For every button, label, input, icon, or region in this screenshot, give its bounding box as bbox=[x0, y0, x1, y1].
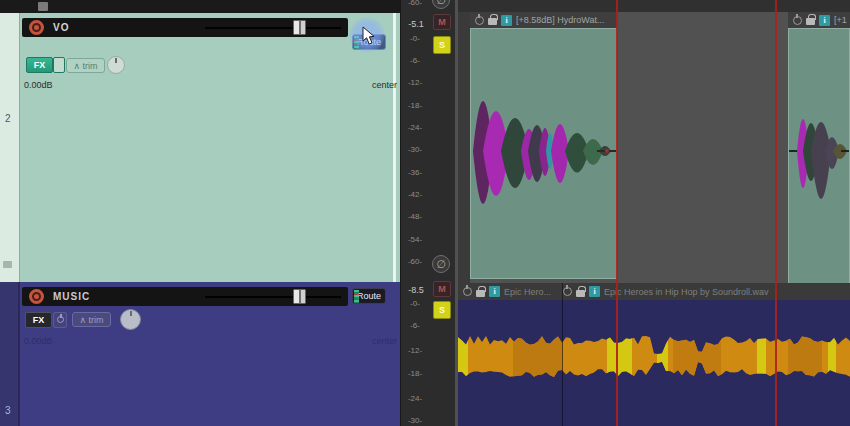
meter-tick: -24- bbox=[402, 394, 428, 403]
vo-track-header[interactable]: VO bbox=[22, 18, 348, 37]
clip-header[interactable]: i [+8.58dB] HydroWat... bbox=[470, 12, 617, 28]
music-fx-power-toggle[interactable] bbox=[53, 312, 67, 328]
music-track-number-strip[interactable]: 3 bbox=[0, 282, 20, 426]
mini-clip-icon bbox=[3, 261, 12, 268]
meter-tick: -0- bbox=[402, 34, 428, 43]
vo-fx-button[interactable]: FX bbox=[26, 57, 53, 73]
lock-icon[interactable] bbox=[476, 290, 485, 297]
lock-icon[interactable] bbox=[576, 290, 585, 297]
multitrack-editor: 2 VO Route FX ∧ trim 0.00dB center 3 bbox=[0, 0, 850, 426]
meter-tick: -36- bbox=[402, 168, 428, 177]
vo-trim-label: trim bbox=[83, 61, 98, 71]
vo-solo-button[interactable]: S bbox=[433, 36, 451, 54]
timeline-panel[interactable]: i [+8.58dB] HydroWat... bbox=[455, 0, 850, 426]
music-trim-button[interactable]: ∧ trim bbox=[72, 312, 111, 327]
vo-track-name: VO bbox=[53, 22, 69, 33]
music-pan-value: center bbox=[337, 336, 397, 346]
music-clip-waveform-area[interactable] bbox=[458, 300, 850, 426]
vo-fx-toggle[interactable] bbox=[53, 57, 65, 73]
trim-icon: ∧ bbox=[73, 61, 80, 71]
music-volume-slider[interactable] bbox=[205, 296, 341, 298]
vo-peak-value: -5.1 bbox=[403, 19, 429, 29]
vo-volume-handle[interactable] bbox=[293, 20, 306, 35]
info-icon[interactable]: i bbox=[501, 15, 512, 26]
scrollbar-thumb[interactable] bbox=[38, 2, 48, 11]
meter-tick: -6- bbox=[402, 321, 428, 330]
clip-power-icon[interactable] bbox=[563, 287, 572, 296]
clip-title: Epic Heroes in Hip Hop by Soundroll.wav bbox=[604, 287, 769, 297]
vo-clip-right[interactable]: i [+1 bbox=[788, 12, 850, 285]
music-pan-knob[interactable] bbox=[120, 309, 141, 330]
clip-header[interactable]: i [+1 bbox=[788, 12, 850, 28]
level-meter-strip: -60- ∅ -5.1 M S -0- -6- -12- -18- -24- -… bbox=[400, 0, 455, 426]
mouse-cursor-icon bbox=[362, 26, 376, 46]
music-gain-value: 0.00dB bbox=[24, 336, 53, 346]
music-waveform bbox=[458, 300, 850, 426]
meter-tick: -12- bbox=[402, 346, 428, 355]
music-mute-button[interactable]: M bbox=[433, 281, 451, 297]
meter-tick: -30- bbox=[402, 145, 428, 154]
phase-icon[interactable]: ∅ bbox=[432, 255, 450, 273]
meter-tick: -30- bbox=[402, 416, 428, 425]
music-volume-handle[interactable] bbox=[293, 289, 306, 304]
music-clip-header-row[interactable]: i Epic Hero... i Epic Heroes in Hip Hop … bbox=[458, 283, 850, 300]
vo-pan-knob[interactable] bbox=[107, 56, 125, 74]
vo-trim-button[interactable]: ∧ trim bbox=[66, 58, 105, 73]
timeline-gutter bbox=[458, 0, 470, 283]
meter-tick: -42- bbox=[402, 190, 428, 199]
power-icon bbox=[57, 316, 64, 323]
info-icon[interactable]: i bbox=[489, 286, 500, 297]
timeline-top-strip bbox=[458, 0, 850, 12]
vo-clip-hydrowat[interactable]: i [+8.58dB] HydroWat... bbox=[470, 12, 617, 283]
music-peak-value: -8.5 bbox=[403, 285, 429, 295]
music-route-button[interactable]: Route bbox=[352, 288, 386, 304]
vo-mute-button[interactable]: M bbox=[433, 14, 451, 30]
vo-gain-value: 0.00dB bbox=[24, 80, 53, 90]
playhead-line[interactable] bbox=[616, 0, 618, 426]
meter-tick: -60- bbox=[402, 0, 428, 7]
clip-boundary bbox=[562, 283, 563, 426]
vo-waveform-2 bbox=[789, 29, 849, 282]
clip-waveform-area[interactable] bbox=[788, 28, 850, 285]
clip-waveform-area[interactable] bbox=[470, 28, 617, 279]
clip-title: [+8.58dB] HydroWat... bbox=[516, 15, 604, 25]
vo-track-number-strip[interactable]: 2 bbox=[0, 13, 20, 282]
music-solo-button[interactable]: S bbox=[433, 301, 451, 319]
vo-volume-slider[interactable] bbox=[205, 27, 341, 29]
info-icon[interactable]: i bbox=[819, 15, 830, 26]
record-arm-icon[interactable] bbox=[29, 20, 44, 35]
music-trim-label: trim bbox=[89, 315, 104, 325]
phase-icon[interactable]: ∅ bbox=[432, 0, 450, 9]
meter-tick: -24- bbox=[402, 123, 428, 132]
music-track-panel: 3 MUSIC Route bbox=[0, 282, 400, 426]
vo-waveform-1 bbox=[471, 29, 616, 280]
playhead-line[interactable] bbox=[775, 0, 777, 426]
clip-power-icon[interactable] bbox=[463, 287, 472, 296]
meter-tick: -18- bbox=[402, 369, 428, 378]
clip-power-icon[interactable] bbox=[793, 16, 802, 25]
clip-power-icon[interactable] bbox=[475, 16, 484, 25]
lock-icon[interactable] bbox=[488, 18, 497, 25]
meter-tick: -6- bbox=[402, 56, 428, 65]
meter-tick: -18- bbox=[402, 101, 428, 110]
lock-icon[interactable] bbox=[806, 18, 815, 25]
info-icon[interactable]: i bbox=[589, 286, 600, 297]
clip-title: [+1 bbox=[834, 15, 847, 25]
music-track-header[interactable]: MUSIC bbox=[22, 287, 348, 306]
music-fx-button[interactable]: FX bbox=[25, 312, 52, 328]
meter-tick: -0- bbox=[402, 299, 428, 308]
music-track-number: 3 bbox=[5, 405, 11, 416]
route-meter-icon bbox=[354, 290, 359, 303]
music-route-label: Route bbox=[357, 291, 381, 301]
meter-tick: -54- bbox=[402, 235, 428, 244]
vo-track-number: 2 bbox=[5, 113, 11, 124]
meter-tick: -48- bbox=[402, 212, 428, 221]
trim-icon: ∧ bbox=[79, 315, 86, 325]
strip-divider bbox=[393, 13, 396, 282]
top-scrollbar[interactable] bbox=[0, 0, 400, 13]
vo-track-panel: 2 VO Route FX ∧ trim 0.00dB center bbox=[0, 13, 400, 282]
vo-pan-value: center bbox=[337, 80, 397, 90]
meter-tick: -60- bbox=[402, 257, 428, 266]
record-arm-icon[interactable] bbox=[29, 289, 44, 304]
clip-title: Epic Hero... bbox=[504, 287, 551, 297]
